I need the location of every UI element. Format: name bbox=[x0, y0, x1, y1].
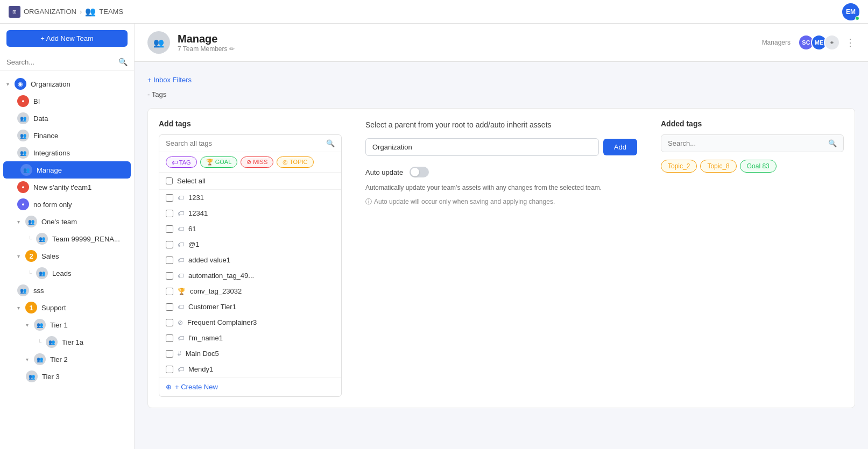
tag-search-input-row: 🔍 bbox=[159, 135, 341, 152]
tag-checkbox[interactable] bbox=[166, 272, 173, 280]
create-new-row[interactable]: ⊕ + Create New bbox=[159, 377, 341, 396]
sidebar-item-label: Tier 2 bbox=[50, 355, 68, 364]
inbox-filters-toggle[interactable]: + Inbox Filters bbox=[147, 73, 855, 87]
sidebar-item-data[interactable]: 👥 Data bbox=[0, 110, 134, 127]
ones-team-avatar: 👥 bbox=[25, 216, 37, 227]
bi-avatar: ● bbox=[17, 95, 29, 107]
chevron-icon: ▾ bbox=[17, 219, 20, 225]
add-tags-panel: Add tags 🔍 🏷 TAG 🏆 GOAL ⊘ MISS ◎ TOPIC bbox=[159, 119, 342, 397]
breadcrumb: ⊞ ORGANIZATION › 👥 TEAMS bbox=[9, 6, 123, 18]
sidebar-search-row: 🔍 bbox=[0, 53, 134, 71]
sidebar-item-label: Team 99999_RENA... bbox=[52, 235, 120, 243]
added-tags-panel: Added tags 🔍 Topic_2 Topic_8 Goal 83 bbox=[661, 119, 844, 397]
tag-checkbox[interactable] bbox=[166, 319, 173, 326]
added-tags-chips: Topic_2 Topic_8 Goal 83 bbox=[661, 160, 844, 173]
sidebar-item-noform[interactable]: ● no form only bbox=[0, 196, 134, 213]
added-tag-topic8[interactable]: Topic_8 bbox=[700, 160, 736, 173]
tag-icon: 🏷 bbox=[178, 210, 184, 217]
tags-toggle[interactable]: - Tags bbox=[147, 87, 855, 102]
tag-checkbox[interactable] bbox=[166, 225, 173, 233]
app-body: + Add New Team 🔍 ▾ ◉ Organization ● BI 👥… bbox=[0, 24, 868, 449]
sidebar-item-sanity[interactable]: ● New s'anity t'eam1 bbox=[0, 179, 134, 196]
tag-search-input[interactable] bbox=[166, 139, 323, 147]
edit-icon[interactable]: ✏ bbox=[229, 45, 235, 53]
tag-checkbox[interactable] bbox=[166, 241, 173, 248]
user-avatar[interactable]: EM bbox=[842, 3, 859, 20]
tag-list-item: 🏆 conv_tag_23032 bbox=[159, 283, 341, 299]
sidebar-item-label: Manage bbox=[37, 166, 62, 174]
tag-name: I'm_name1 bbox=[188, 334, 223, 342]
added-tags-search-box: 🔍 bbox=[661, 134, 844, 152]
added-tag-topic2[interactable]: Topic_2 bbox=[661, 160, 697, 173]
add-team-button[interactable]: + Add New Team bbox=[6, 30, 128, 47]
sidebar-search-input[interactable] bbox=[6, 58, 115, 66]
filter-goal[interactable]: 🏆 GOAL bbox=[200, 156, 238, 168]
sidebar-item-label: sss bbox=[33, 287, 44, 295]
filter-tag[interactable]: 🏷 TAG bbox=[166, 156, 197, 168]
tier1a-avatar: 👥 bbox=[46, 336, 58, 348]
more-options-button[interactable]: ⋮ bbox=[845, 37, 855, 48]
integrations-avatar: 👥 bbox=[17, 147, 29, 159]
teams-label: TEAMS bbox=[99, 8, 123, 16]
tag-list-item: 🏷 Mendy1 bbox=[159, 361, 341, 377]
sidebar-item-sales[interactable]: ▾ 2 Sales bbox=[0, 247, 134, 265]
sidebar-item-bi[interactable]: ● BI bbox=[0, 92, 134, 110]
parent-dropdown[interactable]: Organization bbox=[365, 138, 599, 156]
sidebar-item-finance[interactable]: 👥 Finance bbox=[0, 127, 134, 144]
sidebar-item-manage[interactable]: 👥 Manage bbox=[3, 161, 131, 179]
sidebar-item-tier2[interactable]: ▾ 👥 Tier 2 bbox=[0, 351, 134, 368]
parent-select-row: Organization Add bbox=[365, 138, 637, 156]
tag-list-item: 🏷 Customer Tier1 bbox=[159, 299, 341, 315]
sidebar-item-sss[interactable]: 👥 sss bbox=[0, 282, 134, 299]
auto-update-toggle[interactable] bbox=[410, 167, 429, 177]
sidebar-item-integrations[interactable]: 👥 Integrations bbox=[0, 144, 134, 161]
team-name: Manage bbox=[178, 33, 235, 45]
tag-checkbox[interactable] bbox=[166, 366, 173, 373]
tag-list-item: 🏷 I'm_name1 bbox=[159, 330, 341, 346]
tag-icon: 🏷 bbox=[178, 334, 184, 342]
auto-update-row: Auto update bbox=[365, 167, 637, 177]
select-all-label: Select all bbox=[177, 177, 206, 185]
add-button[interactable]: Add bbox=[603, 139, 637, 155]
sidebar-item-tier1a[interactable]: └ 👥 Tier 1a bbox=[0, 333, 134, 351]
tag-name: automation_tag_49... bbox=[188, 272, 254, 280]
tag-checkbox[interactable] bbox=[166, 256, 173, 264]
sidebar-item-ones-team[interactable]: ▾ 👥 One's team bbox=[0, 213, 134, 230]
added-tags-search-input[interactable] bbox=[668, 139, 825, 147]
sidebar-item-label: Integrations bbox=[33, 149, 70, 157]
content: + Inbox Filters - Tags Add tags 🔍 bbox=[135, 62, 868, 419]
search-icon: 🔍 bbox=[828, 139, 837, 147]
data-avatar: 👥 bbox=[17, 112, 29, 124]
select-all-checkbox[interactable] bbox=[166, 177, 173, 184]
sidebar-item-label: Data bbox=[33, 115, 48, 123]
sidebar-item-support[interactable]: ▾ 1 Support bbox=[0, 299, 134, 316]
tag-checkbox[interactable] bbox=[166, 210, 173, 217]
sidebar-item-organization[interactable]: ▾ ◉ Organization bbox=[0, 75, 134, 92]
search-icon: 🔍 bbox=[326, 139, 335, 147]
tag-name: conv_tag_23032 bbox=[190, 287, 242, 295]
added-tag-goal83[interactable]: Goal 83 bbox=[740, 160, 777, 173]
tag-checkbox[interactable] bbox=[166, 194, 173, 202]
auto-update-description: Automatically update your team's assets … bbox=[365, 183, 637, 193]
tag-checkbox[interactable] bbox=[166, 303, 173, 311]
sidebar-item-leads[interactable]: └ 👥 Leads bbox=[0, 265, 134, 282]
tag-checkbox[interactable] bbox=[166, 350, 173, 358]
support-avatar: 1 bbox=[25, 302, 37, 313]
tag-checkbox[interactable] bbox=[166, 288, 173, 295]
select-all-row: Select all bbox=[159, 173, 341, 190]
manager-avatar-plus[interactable]: + bbox=[824, 34, 840, 51]
tag-list-item: ⊘ Frequent Complainer3 bbox=[159, 315, 341, 330]
sidebar-item-tier1[interactable]: ▾ 👥 Tier 1 bbox=[0, 316, 134, 333]
added-tags-title: Added tags bbox=[661, 119, 844, 128]
sidebar-item-tier3[interactable]: 👥 Tier 3 bbox=[0, 368, 134, 385]
filter-miss[interactable]: ⊘ MISS bbox=[241, 156, 273, 168]
managers-label: Managers bbox=[762, 39, 791, 46]
filter-topic[interactable]: ◎ TOPIC bbox=[277, 156, 313, 168]
team99-avatar: 👥 bbox=[36, 233, 48, 245]
tier3-avatar: 👥 bbox=[26, 370, 38, 382]
tag-name: 61 bbox=[188, 225, 196, 233]
sidebar-item-team99[interactable]: └ 👥 Team 99999_RENA... bbox=[0, 230, 134, 247]
tag-checkbox[interactable] bbox=[166, 334, 173, 342]
sss-avatar: 👥 bbox=[17, 284, 29, 296]
header-right: Managers SC ME + ⋮ bbox=[762, 34, 855, 51]
